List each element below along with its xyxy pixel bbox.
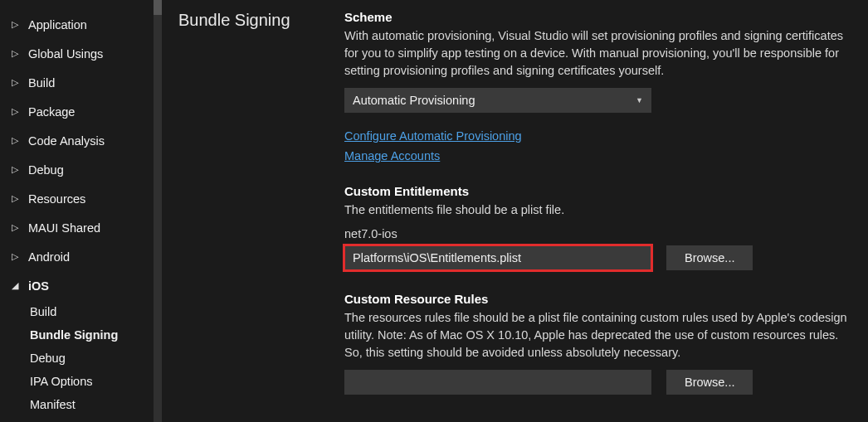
scheme-group: Scheme With automatic provisioning, Visu… [344, 10, 851, 162]
sidebar-item-resources[interactable]: ▷Resources [0, 184, 162, 213]
sidebar-item-global-usings[interactable]: ▷Global Usings [0, 39, 162, 68]
entitlements-browse-button[interactable]: Browse... [666, 245, 753, 270]
sidebar-item-debug[interactable]: ▷Debug [0, 155, 162, 184]
sidebar-item-ios[interactable]: ◢iOS [0, 271, 162, 300]
provisioning-select[interactable]: Automatic Provisioning ▼ [344, 88, 651, 113]
entitlements-group: Custom Entitlements The entitlements fil… [344, 184, 851, 270]
entitlements-description: The entitlements file should be a plist … [344, 201, 851, 219]
chevron-down-icon: ◢ [12, 280, 23, 291]
resource-rules-path-input[interactable] [344, 370, 651, 395]
chevron-right-icon: ▷ [12, 222, 23, 233]
chevron-right-icon: ▷ [12, 135, 23, 146]
sidebar-scrollbar[interactable] [154, 0, 162, 422]
scheme-heading: Scheme [344, 10, 851, 24]
chevron-right-icon: ▷ [12, 19, 23, 30]
chevron-right-icon: ▷ [12, 77, 23, 88]
sidebar-subitem-bundle-signing[interactable]: Bundle Signing [0, 323, 162, 347]
chevron-right-icon: ▷ [12, 48, 23, 59]
resource-rules-heading: Custom Resource Rules [344, 292, 851, 306]
entitlements-heading: Custom Entitlements [344, 184, 851, 198]
chevron-right-icon: ▷ [12, 164, 23, 175]
settings-sidebar: ▷Application ▷Global Usings ▷Build ▷Pack… [0, 0, 162, 422]
entitlements-target: net7.0-ios [344, 227, 851, 240]
scrollbar-thumb[interactable] [154, 0, 162, 15]
provisioning-selected-value: Automatic Provisioning [353, 94, 475, 107]
resource-rules-description: The resources rules file should be a pli… [344, 309, 851, 361]
sidebar-subitem-manifest[interactable]: Manifest [0, 393, 162, 416]
configure-provisioning-link[interactable]: Configure Automatic Provisioning [344, 129, 851, 143]
sidebar-item-code-analysis[interactable]: ▷Code Analysis [0, 126, 162, 155]
chevron-right-icon: ▷ [12, 251, 23, 262]
chevron-right-icon: ▷ [12, 106, 23, 117]
sidebar-item-maui-shared[interactable]: ▷MAUI Shared [0, 213, 162, 242]
scheme-description: With automatic provisioning, Visual Stud… [344, 27, 851, 80]
entitlements-path-input[interactable]: Platforms\iOS\Entitlements.plist [344, 245, 651, 270]
sidebar-item-application[interactable]: ▷Application [0, 10, 162, 39]
sidebar-subitem-build[interactable]: Build [0, 300, 162, 323]
section-title-column: Bundle Signing [162, 0, 318, 422]
sidebar-item-package[interactable]: ▷Package [0, 97, 162, 126]
resource-rules-browse-button[interactable]: Browse... [666, 370, 753, 395]
sidebar-item-build[interactable]: ▷Build [0, 68, 162, 97]
chevron-right-icon: ▷ [12, 193, 23, 204]
sidebar-subitem-ipa-options[interactable]: IPA Options [0, 370, 162, 393]
chevron-down-icon: ▼ [636, 96, 643, 104]
section-title: Bundle Signing [178, 10, 311, 30]
resource-rules-group: Custom Resource Rules The resources rule… [344, 292, 851, 395]
manage-accounts-link[interactable]: Manage Accounts [344, 149, 851, 162]
sidebar-subitem-debug[interactable]: Debug [0, 347, 162, 370]
settings-panel: Scheme With automatic provisioning, Visu… [318, 0, 868, 422]
sidebar-item-android[interactable]: ▷Android [0, 242, 162, 271]
